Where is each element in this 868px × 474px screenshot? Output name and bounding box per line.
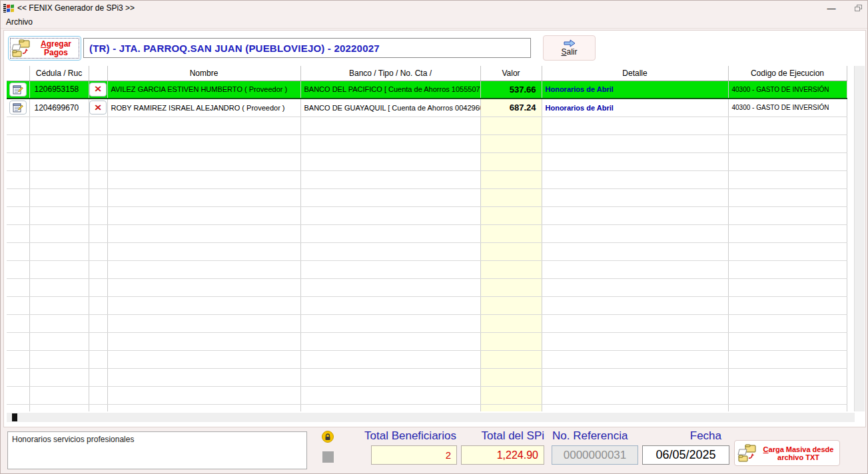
table-row[interactable]: [7, 242, 847, 260]
edit-cell: [7, 206, 29, 224]
cedula-cell: [29, 117, 89, 134]
restore-icon[interactable]: [855, 5, 862, 11]
fecha-field[interactable]: 06/05/2025: [642, 445, 729, 465]
table-row[interactable]: 1204699670✕ROBY RAMIREZ ISRAEL ALEJANDRO…: [7, 99, 847, 117]
cedula-cell: [29, 260, 89, 278]
delete-cell: ✕: [89, 81, 107, 99]
detalle-cell: [542, 404, 728, 411]
banco-cell: [300, 224, 480, 242]
nombre-cell: [107, 296, 300, 314]
detalle-cell: [542, 134, 728, 152]
codigo-cell: [728, 332, 847, 350]
table-row[interactable]: [7, 404, 847, 411]
codigo-cell: [728, 296, 847, 314]
table-row[interactable]: 1206953158✕AVILEZ GARCIA ESTIVEN HUMBERT…: [7, 81, 847, 99]
codigo-cell: [728, 350, 847, 368]
cedula-cell: [29, 188, 89, 206]
table-row[interactable]: [7, 260, 847, 278]
cedula-cell: [29, 296, 89, 314]
delete-row-button[interactable]: ✕: [89, 101, 107, 115]
table-row[interactable]: [7, 296, 847, 314]
banco-cell: BANCO DEL PACIFICO [ Cuenta de Ahorros 1…: [300, 81, 480, 99]
cedula-cell: [29, 386, 89, 404]
edit-cell: [7, 386, 29, 404]
banco-cell: [300, 368, 480, 386]
banco-cell: [300, 404, 480, 411]
header-valor: Valor: [480, 66, 542, 81]
agregar-pagos-button[interactable]: Agregar Pagos: [8, 36, 81, 61]
table-row[interactable]: [7, 332, 847, 350]
detalle-cell: [542, 117, 728, 134]
exit-arrow-icon: [563, 39, 576, 47]
table-row[interactable]: [7, 188, 847, 206]
total-spi-field: 1,224.90: [461, 445, 544, 465]
gray-square-indicator[interactable]: [322, 451, 334, 463]
codigo-cell: 40300 - GASTO DE INVERSIÓN: [728, 99, 847, 117]
cedula-cell: [29, 314, 89, 332]
valor-cell: [480, 117, 542, 134]
menu-archivo[interactable]: Archivo: [1, 16, 38, 28]
table-row[interactable]: [7, 206, 847, 224]
edit-row-button[interactable]: [9, 101, 27, 115]
delete-icon: ✕: [94, 85, 102, 94]
cedula-cell: [29, 134, 89, 152]
minimize-button[interactable]: —: [825, 3, 837, 13]
no-referencia-label: No. Referencia: [552, 429, 638, 444]
cedula-cell: [29, 278, 89, 296]
cedula-cell: [29, 404, 89, 411]
header-edit-col: [7, 66, 29, 81]
table-row[interactable]: [7, 152, 847, 170]
valor-cell: [480, 206, 542, 224]
table-row[interactable]: [7, 170, 847, 188]
delete-cell: [89, 188, 107, 206]
delete-cell: ✕: [89, 99, 107, 117]
banco-cell: [300, 170, 480, 188]
table-row[interactable]: [7, 134, 847, 152]
horizontal-scrollbar[interactable]: [7, 413, 855, 422]
delete-row-button[interactable]: ✕: [89, 83, 107, 97]
delete-cell: [89, 134, 107, 152]
nombre-cell: [107, 350, 300, 368]
total-spi-label: Total del SPi: [461, 429, 544, 444]
edit-cell: [7, 278, 29, 296]
edit-cell: [7, 404, 29, 411]
entity-input[interactable]: (TR) - JTA. PARROQ.SAN JUAN (PUEBLOVIEJO…: [83, 38, 531, 58]
observaciones-textarea[interactable]: Honorarios servicios profesionales: [7, 431, 307, 469]
edit-cell: [7, 152, 29, 170]
nombre-cell: [107, 206, 300, 224]
cedula-cell: 1204699670: [29, 99, 89, 117]
edit-cell: [7, 117, 29, 134]
table-row[interactable]: [7, 350, 847, 368]
no-referencia-field: 0000000031: [552, 445, 638, 465]
table-row[interactable]: [7, 224, 847, 242]
header-cedula: Cédula / Ruc: [29, 66, 89, 81]
table-row[interactable]: [7, 117, 847, 134]
edit-cell: [7, 296, 29, 314]
codigo-cell: [728, 278, 847, 296]
cedula-cell: [29, 224, 89, 242]
detalle-cell: [542, 368, 728, 386]
table-row[interactable]: [7, 314, 847, 332]
delete-cell: [89, 386, 107, 404]
valor-cell: [480, 188, 542, 206]
cedula-cell: [29, 332, 89, 350]
delete-cell: [89, 117, 107, 134]
edit-row-button[interactable]: [9, 83, 27, 97]
valor-cell: 687.24: [480, 99, 542, 117]
valor-cell: [480, 314, 542, 332]
window-title: << FENIX Generador de SPi3 >>: [17, 3, 135, 13]
salir-button[interactable]: Salir: [543, 35, 596, 61]
nombre-cell: [107, 368, 300, 386]
detalle-cell: Honorarios de Abril: [542, 81, 728, 99]
carga-masiva-button[interactable]: Carga Masiva desde archivo TXT: [734, 440, 840, 466]
table-row[interactable]: [7, 368, 847, 386]
table-row[interactable]: [7, 278, 847, 296]
nombre-cell: [107, 260, 300, 278]
banco-cell: [300, 242, 480, 260]
vertical-scrollbar[interactable]: [854, 66, 865, 411]
nombre-cell: [107, 314, 300, 332]
table-row[interactable]: [7, 386, 847, 404]
horizontal-scrollbar-thumb[interactable]: [12, 413, 17, 421]
edit-cell: [7, 81, 29, 99]
detalle-cell: [542, 152, 728, 170]
